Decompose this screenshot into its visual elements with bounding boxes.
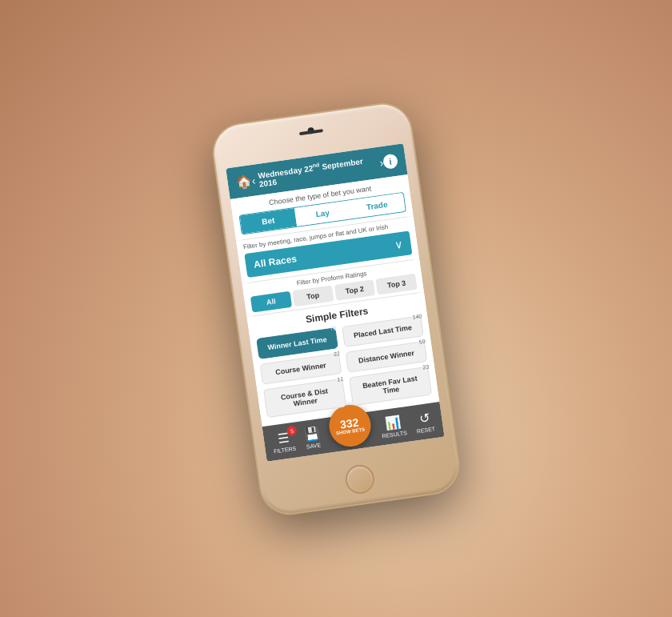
proform-tab-top3[interactable]: Top 3 bbox=[376, 274, 418, 295]
filter-count: 22 bbox=[334, 351, 341, 357]
filters-badge: 5 bbox=[286, 425, 298, 436]
home-icon[interactable]: 🏠 bbox=[235, 173, 253, 190]
results-icon: 📊 bbox=[384, 414, 402, 431]
reset-icon: ↺ bbox=[418, 410, 431, 427]
filter-label: Course & Dist Winner bbox=[280, 387, 328, 407]
save-icon: 💾 bbox=[303, 425, 321, 443]
filter-label: Beaten Fav Last Time bbox=[362, 375, 418, 395]
filter-label: Distance Winner bbox=[358, 349, 414, 365]
reset-label: RESET bbox=[416, 426, 435, 434]
reset-button[interactable]: ↺ RESET bbox=[414, 409, 435, 434]
filters-button[interactable]: ☰ 5 FILTERS bbox=[271, 428, 297, 454]
bet-tab-lay[interactable]: Lay bbox=[294, 200, 351, 226]
bet-tab-trade[interactable]: Trade bbox=[349, 193, 406, 218]
save-label: SAVE bbox=[306, 442, 321, 449]
filter-label: Winner Last Time bbox=[267, 335, 327, 351]
bet-tab-bet[interactable]: Bet bbox=[240, 208, 297, 234]
proform-tab-top[interactable]: Top bbox=[292, 285, 334, 306]
filter-label: Course Winner bbox=[275, 361, 327, 376]
phone-screen: 🏠 ‹ Wednesday 22nd September 2016 › i Ch… bbox=[226, 143, 444, 462]
prev-arrow[interactable]: ‹ bbox=[251, 174, 257, 186]
info-icon[interactable]: i bbox=[382, 153, 398, 169]
races-dropdown-text: All Races bbox=[253, 253, 297, 270]
results-button[interactable]: 📊 RESULTS bbox=[379, 413, 407, 439]
scene: 🏠 ‹ Wednesday 22nd September 2016 › i Ch… bbox=[0, 0, 672, 617]
filter-grid: Winner Last Time 70 Placed Last Time 140… bbox=[256, 315, 432, 418]
proform-tab-top2[interactable]: Top 2 bbox=[334, 279, 375, 301]
dropdown-arrow-icon: ∨ bbox=[394, 237, 404, 250]
filter-beaten-fav[interactable]: Beaten Fav Last Time 23 bbox=[349, 367, 432, 407]
app-content: 🏠 ‹ Wednesday 22nd September 2016 › i Ch… bbox=[226, 143, 444, 462]
filter-count: 140 bbox=[412, 313, 422, 320]
save-button[interactable]: 💾 SAVE bbox=[303, 425, 322, 450]
filter-count: 59 bbox=[419, 339, 426, 345]
home-button[interactable] bbox=[344, 463, 377, 495]
filter-count: 11 bbox=[337, 375, 344, 382]
date-text: Wednesday 22 bbox=[258, 163, 314, 180]
filter-label: Placed Last Time bbox=[354, 323, 413, 339]
filters-label: FILTERS bbox=[274, 445, 297, 454]
proform-tab-all[interactable]: All bbox=[250, 291, 292, 313]
filter-count: 70 bbox=[330, 325, 337, 331]
filter-count: 23 bbox=[422, 363, 430, 370]
